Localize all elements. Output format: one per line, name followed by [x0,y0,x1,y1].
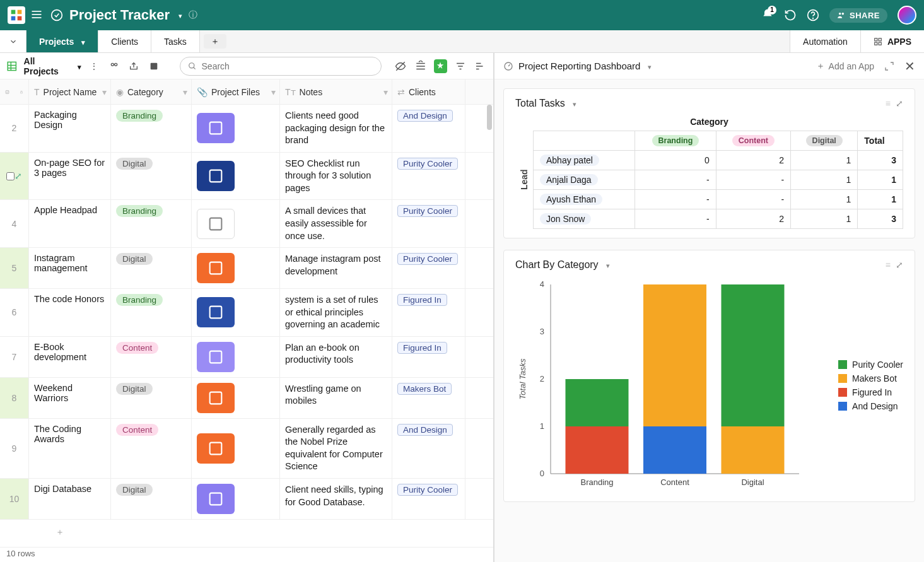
file-thumbnail[interactable] [197,342,235,372]
client-chip[interactable]: Figured In [397,342,447,354]
tab-clients[interactable]: Clients [98,30,151,52]
cell-notes[interactable]: SEO Checklist run through for 3 solution… [280,153,392,200]
table-row[interactable]: 8Weekend WarriorsDigitalWrestling game o… [0,378,493,419]
sort-icon[interactable] [474,59,488,73]
file-thumbnail[interactable] [197,383,235,413]
cell-project-name[interactable]: The Coding Awards [29,419,111,478]
legend-item[interactable]: And Design [838,401,903,411]
table-row[interactable]: 9The Coding AwardsContentGenerally regar… [0,419,493,479]
expand-icon[interactable] [884,61,894,71]
tab-apps[interactable]: APPS [860,30,924,52]
cell-category[interactable]: Branding [111,105,192,152]
widget-dropdown[interactable] [604,260,610,270]
table-row[interactable]: 7E-Book developmentContentPlan an e-book… [0,337,493,378]
file-thumbnail[interactable] [197,433,235,464]
cell-category[interactable]: Content [111,419,192,478]
cell-notes[interactable]: Plan an e-book on productivity tools [280,337,392,377]
collaborators-icon[interactable] [107,59,121,73]
cell-file[interactable] [192,105,280,152]
app-logo[interactable] [8,6,25,24]
column-clients[interactable]: ⇄ Clients [392,79,465,104]
file-thumbnail[interactable] [197,253,235,283]
drag-handle-icon[interactable]: ≡ [886,260,891,270]
table-row[interactable]: 10Digi DatabaseDigitalClient need skills… [0,479,493,520]
tab-projects[interactable]: Projects [26,30,98,52]
expand-widget-icon[interactable]: ⤢ [896,260,903,270]
row-checkbox[interactable] [6,172,15,180]
history-icon[interactable] [784,9,797,21]
expand-widget-icon[interactable]: ⤢ [896,98,903,108]
add-tab-button[interactable]: ＋ [204,34,226,49]
cell-client[interactable]: Purity Cooler [392,248,465,288]
cell-client[interactable]: Makers Bot [392,378,465,418]
expand-tabs-button[interactable] [0,30,26,52]
cell-project-name[interactable]: Packaging Design [29,105,111,152]
expand-row-icon[interactable]: ⤢ [15,171,22,181]
cell-file[interactable] [192,248,280,288]
client-chip[interactable]: Figured In [397,294,447,306]
cell-client[interactable]: And Design [392,105,465,152]
cell-client[interactable]: Figured In [392,289,465,336]
client-chip[interactable]: Purity Cooler [397,205,458,217]
file-thumbnail[interactable] [197,297,235,327]
color-toggle-icon[interactable] [434,59,448,73]
widget-dropdown[interactable] [570,98,576,108]
tab-automation[interactable]: Automation [790,30,860,52]
client-chip[interactable]: Purity Cooler [397,484,458,496]
cell-notes[interactable]: A small devices that easily assessible f… [280,200,392,247]
cell-file[interactable] [192,153,280,200]
title-dropdown[interactable] [176,10,182,20]
cell-client[interactable]: Purity Cooler [392,200,465,247]
dashboard-dropdown[interactable] [645,61,652,71]
cell-project-name[interactable]: Digi Database [29,479,111,519]
cell-file[interactable] [192,419,280,478]
cell-client[interactable]: Purity Cooler [392,153,465,200]
scrollbar-thumb[interactable] [487,105,492,130]
tab-tasks[interactable]: Tasks [151,30,200,52]
table-row[interactable]: 5Instagram managementDigitalManage insta… [0,248,493,289]
cell-notes[interactable]: Clients need good packaging design for t… [280,105,392,152]
cell-file[interactable] [192,337,280,377]
cell-category[interactable]: Digital [111,479,192,519]
cell-project-name[interactable]: The code Honors [29,289,111,336]
client-chip[interactable]: Makers Bot [397,383,452,395]
tab-dropdown-icon[interactable] [79,37,85,47]
grid-view-icon[interactable] [6,61,18,72]
file-thumbnail[interactable] [197,161,235,191]
cell-notes[interactable]: Client need skills, typing for Good Data… [280,479,392,519]
table-row[interactable]: 2Packaging DesignBrandingClients need go… [0,105,493,153]
grid-body[interactable]: 2Packaging DesignBrandingClients need go… [0,105,493,547]
column-checkbox-all[interactable] [0,79,29,104]
table-row[interactable]: 4Apple HeadpadBrandingA small devices th… [0,200,493,248]
cell-category[interactable]: Branding [111,289,192,336]
table-row[interactable]: ⤢On-page SEO for 3 pagesDigitalSEO Check… [0,153,493,201]
cell-notes[interactable]: Manage instagram post development [280,248,392,288]
info-icon[interactable]: ⓘ [189,9,197,21]
cell-project-name[interactable]: On-page SEO for 3 pages [29,153,111,200]
share-view-icon[interactable] [127,59,141,73]
legend-item[interactable]: Figured In [838,387,903,397]
cell-project-name[interactable]: Apple Headpad [29,200,111,247]
notifications-button[interactable]: 1 [761,8,774,23]
help-icon[interactable] [807,9,819,21]
client-chip[interactable]: And Design [397,110,453,122]
file-thumbnail[interactable] [197,484,235,514]
close-panel-button[interactable]: ✕ [904,59,915,74]
cell-file[interactable] [192,479,280,519]
cell-category[interactable]: Digital [111,153,192,200]
cell-notes[interactable]: system is a set of rules or ethical prin… [280,289,392,336]
cell-project-name[interactable]: E-Book development [29,337,111,377]
row-height-icon[interactable] [414,59,428,73]
cell-notes[interactable]: Wrestling game on mobiles [280,378,392,418]
add-app-button[interactable]: ＋Add an App [816,61,874,72]
client-chip[interactable]: And Design [397,424,453,436]
legend-item[interactable]: Purity Cooler [838,360,903,370]
client-chip[interactable]: Purity Cooler [397,158,458,170]
cell-client[interactable]: Figured In [392,337,465,377]
more-options-icon[interactable]: ⋮ [88,59,102,73]
cell-file[interactable] [192,378,280,418]
cell-notes[interactable]: Generally regarded as the Nobel Prize eq… [280,419,392,478]
search-input[interactable] [202,61,373,71]
search-field[interactable] [180,57,382,76]
table-row[interactable]: 6The code HonorsBrandingsystem is a set … [0,289,493,337]
